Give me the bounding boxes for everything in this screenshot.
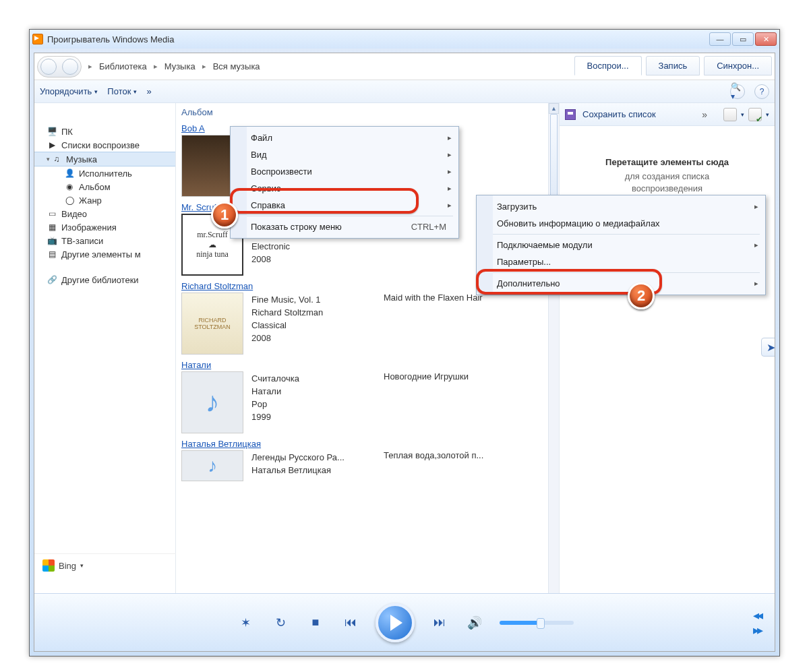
breadcrumb-all-music[interactable]: Вся музыка	[209, 61, 264, 71]
expand-icon[interactable]: ▾	[47, 156, 50, 162]
tab-sync[interactable]: Синхрон...	[704, 56, 772, 75]
album-cover[interactable]: ♪	[181, 450, 243, 481]
menu-play[interactable]: Воспроизвести▸	[231, 163, 458, 180]
toolbar: Упорядочить▾ Поток▾ » 🔍▾ ?	[34, 80, 775, 103]
context-menu-service: Загрузить▸ Обновить информацию о медиафа…	[476, 195, 766, 295]
drop-hint-sub2: воспроизведения	[632, 183, 702, 193]
lib-icon: 🔗	[47, 274, 57, 285]
sidebar-video[interactable]: ▭Видео	[34, 207, 175, 220]
switch-view-button[interactable]: ◂◂▸▸	[753, 608, 761, 638]
close-button[interactable]: ✕	[755, 32, 777, 46]
minimize-button[interactable]: ―	[709, 32, 731, 46]
bing-row[interactable]: Bing ▾	[34, 553, 176, 577]
tab-record[interactable]: Запись	[646, 56, 700, 75]
album-genre: Pop	[251, 398, 299, 411]
menu-plugins[interactable]: Подключаемые модули▸	[477, 237, 765, 253]
sidebar-music[interactable]: ▾♫Музыка	[34, 152, 175, 166]
album-cover[interactable]: RICHARDSTOLTZMAN	[181, 293, 243, 355]
sidebar-other-lib[interactable]: 🔗Другие библиотеки	[34, 273, 175, 286]
app-icon	[32, 34, 43, 44]
album-item[interactable]: Натали ♪ Считалочка Натали Pop 1999 Ново…	[181, 360, 559, 433]
more-icon[interactable]: »	[702, 109, 707, 120]
maximize-button[interactable]: ▭	[732, 32, 754, 46]
album-genre: Electronic	[251, 241, 293, 253]
check-icon[interactable]	[748, 108, 762, 121]
sidebar-pc[interactable]: 🖥️ПК	[34, 125, 175, 138]
playback-bar: ✶ ↻ ■ ⏮ ⏭ 🔊 ◂◂▸▸	[34, 593, 775, 651]
play-icon	[390, 615, 402, 631]
sidebar-genre[interactable]: ◯Жанр	[34, 193, 175, 207]
sidebar-tv[interactable]: 📺ТВ-записи	[34, 234, 175, 247]
menu-service[interactable]: Сервис▸	[231, 180, 458, 197]
album-meta: Легенды Русского Ра... Наталья Ветлицкая	[251, 450, 344, 481]
album-meta: Считалочка Натали Pop 1999	[251, 371, 299, 433]
options-icon[interactable]	[723, 108, 737, 121]
menu-options[interactable]: Параметры...	[477, 253, 765, 270]
window-controls: ― ▭ ✕	[709, 32, 777, 46]
help-button[interactable]: ?	[754, 84, 769, 99]
sidebar-other[interactable]: ▤Другие элементы м	[34, 247, 175, 261]
menu-help[interactable]: Справка▸	[231, 197, 458, 214]
artist-icon: 👤	[64, 168, 75, 179]
volume-slider[interactable]	[500, 621, 574, 625]
breadcrumb-sep: ▸	[202, 62, 206, 71]
window-title: Проигрыватель Windows Media	[47, 34, 709, 44]
album-item[interactable]: Наталья Ветлицкая ♪ Легенды Русского Ра.…	[181, 439, 559, 481]
note-icon: ♪	[208, 455, 217, 477]
volume-icon[interactable]: 🔊	[465, 615, 485, 630]
play-button[interactable]	[376, 603, 415, 642]
expand-button[interactable]: ➤	[761, 338, 775, 357]
artist-link[interactable]: Натали	[181, 360, 559, 370]
track-title[interactable]: Maid with the Flaxen Hair	[384, 293, 483, 303]
save-list-button[interactable]: Сохранить список	[582, 109, 656, 119]
album-title: Легенды Русского Ра...	[251, 452, 344, 464]
menu-show-menubar[interactable]: Показать строку менюCTRL+M	[231, 218, 458, 235]
album-meta: Fine Music, Vol. 1 Richard Stoltzman Cla…	[251, 293, 323, 355]
column-album[interactable]: Альбом	[181, 107, 213, 117]
search-dropdown-button[interactable]: 🔍▾	[730, 84, 745, 99]
prev-button[interactable]: ⏮	[340, 615, 361, 630]
artist-link[interactable]: Наталья Ветлицкая	[181, 439, 559, 449]
dropdown-icon[interactable]: ▾	[80, 562, 84, 569]
stop-button[interactable]: ■	[305, 615, 326, 630]
breadcrumb-sep: ▸	[88, 62, 92, 71]
breadcrumb-music[interactable]: Музыка	[160, 61, 200, 71]
dropdown-icon[interactable]: ▾	[741, 111, 744, 118]
track-title[interactable]: Теплая вода,золотой п...	[384, 450, 483, 460]
stream-button[interactable]: Поток▾	[107, 86, 137, 96]
sidebar-album[interactable]: ◉Альбом	[34, 180, 175, 193]
breadcrumb-sep: ▸	[154, 62, 158, 71]
dropdown-icon[interactable]: ▾	[766, 111, 769, 118]
menu-download[interactable]: Загрузить▸	[477, 198, 765, 215]
scroll-up-button[interactable]: ▲	[549, 103, 559, 114]
album-artist: Richard Stoltzman	[251, 307, 323, 319]
repeat-button[interactable]: ↻	[270, 615, 291, 630]
more-button[interactable]: »	[146, 86, 151, 96]
album-cover[interactable]: ♪	[181, 371, 243, 433]
shuffle-button[interactable]: ✶	[235, 615, 256, 630]
album-year: 1999	[251, 411, 299, 424]
menu-file[interactable]: Файл▸	[231, 129, 458, 146]
tab-play[interactable]: Воспрои...	[574, 56, 642, 75]
menu-view[interactable]: Вид▸	[231, 146, 458, 163]
album-artist: Наталья Ветлицкая	[251, 464, 344, 477]
album-genre: Classical	[251, 319, 323, 332]
organize-button[interactable]: Упорядочить▾	[40, 86, 98, 96]
scrollbar[interactable]: ▲ ▼	[548, 103, 559, 651]
menu-refresh-media[interactable]: Обновить информацию о медиафайлах	[477, 215, 765, 232]
sidebar-images[interactable]: ▦Изображения	[34, 220, 175, 234]
playlist-toolbar: Сохранить список » ▾ ▾	[560, 103, 775, 126]
now-playing-pane: Сохранить список » ▾ ▾ Перетащите элемен…	[559, 103, 775, 651]
genre-icon: ◯	[64, 195, 75, 206]
track-title[interactable]: Новогодние Игрушки	[384, 371, 469, 381]
image-icon: ▦	[47, 222, 57, 233]
titlebar: Проигрыватель Windows Media ― ▭ ✕	[30, 30, 779, 49]
menu-advanced[interactable]: Дополнительно▸	[477, 275, 765, 292]
drop-hint-heading: Перетащите элементы сюда	[605, 157, 729, 167]
breadcrumb-library[interactable]: Библиотека	[95, 61, 151, 71]
nav-back-button[interactable]	[40, 59, 57, 75]
sidebar-artist[interactable]: 👤Исполнитель	[34, 166, 175, 180]
sidebar-playlists[interactable]: ▶Списки воспроизве	[34, 138, 175, 152]
next-button[interactable]: ⏭	[429, 615, 450, 630]
nav-forward-button[interactable]	[62, 59, 78, 75]
